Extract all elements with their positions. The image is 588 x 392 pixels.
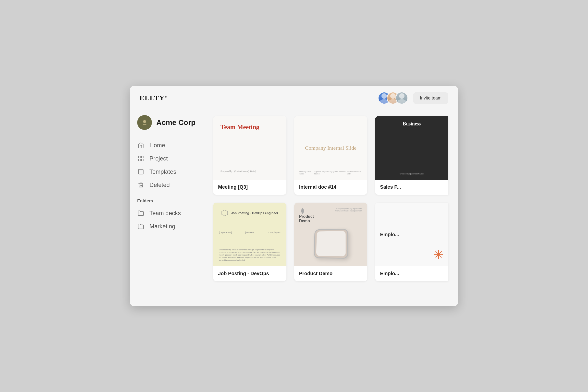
internal-preview-footer: Meeting Date: [Date] Agenda prepared by:… (294, 170, 368, 175)
job-middle-row: [Department] [Position] 2 employees (219, 231, 280, 234)
card-employee[interactable]: Emplo... ✳ Emplo... (375, 202, 448, 281)
card-footer: Sales P... (375, 180, 448, 195)
card-preview-product: ProductDemo Company Name [Department] Co… (294, 202, 368, 266)
sidebar-item-project-label: Project (150, 155, 168, 162)
meeting-preview-footer: Prepared by: [Contact Name] [Date] (220, 170, 256, 172)
card-sales[interactable]: Business Created by: [Contact Name] Sale… (375, 116, 448, 195)
sidebar-item-templates[interactable]: Templates (137, 165, 196, 178)
sidebar-item-home-label: Home (150, 142, 165, 149)
header-right: Invite team (378, 92, 448, 104)
sales-preview-title: Business (403, 121, 421, 127)
card-footer: Product Demo (294, 266, 368, 281)
workspace-name: Acme Corp (156, 118, 196, 127)
sidebar-folder-team-decks[interactable]: Team decks (137, 206, 196, 220)
home-icon (137, 142, 144, 149)
folder-team-decks-label: Team decks (150, 210, 181, 216)
job-posting-preview-title: Job Posting - DevOps engineer (231, 211, 278, 215)
internal-footer-right: For Internal Use Only (347, 170, 362, 175)
card-title: Meeting [Q3] (218, 184, 248, 190)
card-title: Internal doc #14 (299, 184, 336, 190)
logo: ELLTY® (140, 94, 167, 102)
avatar (396, 92, 408, 104)
folder-icon (137, 210, 144, 217)
project-icon (137, 155, 144, 162)
card-footer: Meeting [Q3] (213, 180, 286, 195)
sidebar-item-project[interactable]: Project (137, 152, 196, 165)
internal-footer-mid: Agenda prepared by: [Team Member Name] (314, 170, 347, 175)
card-job-posting[interactable]: Job Posting - DevOps engineer [Departmen… (213, 202, 286, 281)
sales-preview-subtitle: Created by: [Contact Name] (400, 173, 424, 175)
workspace[interactable]: Acme Corp (137, 115, 196, 130)
job-header-row: Job Posting - DevOps engineer (219, 210, 280, 216)
card-title: Product Demo (299, 271, 333, 276)
product-preview-name: ProductDemo (299, 214, 314, 223)
svg-marker-8 (222, 210, 228, 216)
card-preview-internal: Company Internal Slide Meeting Date: [Da… (294, 116, 368, 180)
app-window: ELLTY® (130, 86, 458, 306)
content-area: Team Meeting Prepared by: [Contact Name]… (203, 110, 458, 306)
card-footer: Internal doc #14 (294, 180, 368, 195)
sidebar-item-deleted-label: Deleted (150, 182, 170, 188)
team-avatars (378, 92, 408, 104)
job-description: We are looking for an experienced DevOps… (219, 249, 280, 262)
job-position: [Position] (245, 231, 254, 234)
product-header: ProductDemo Company Name [Department] Co… (299, 208, 362, 223)
card-internal-doc-14[interactable]: Company Internal Slide Meeting Date: [Da… (294, 116, 368, 195)
templates-icon (137, 168, 144, 176)
meeting-preview-title: Team Meeting (220, 124, 260, 131)
workspace-icon (137, 115, 152, 130)
header: ELLTY® (130, 86, 458, 110)
folders-section-label: Folders (137, 198, 196, 204)
sidebar-item-deleted[interactable]: Deleted (137, 178, 196, 192)
sidebar-item-home[interactable]: Home (137, 139, 196, 152)
cards-grid: Team Meeting Prepared by: [Contact Name]… (213, 116, 448, 281)
card-preview-employee: Emplo... ✳ (375, 202, 448, 266)
card-title: Sales P... (380, 184, 401, 190)
internal-preview-title: Company Internal Slide (300, 140, 362, 156)
product-meta: Company Name [Department] Company Name2 … (336, 208, 362, 212)
svg-rect-2 (141, 156, 143, 158)
phone-screen (316, 231, 346, 256)
card-meeting-q3[interactable]: Team Meeting Prepared by: [Contact Name]… (213, 116, 286, 195)
job-employees: 2 employees (268, 231, 280, 234)
card-title: Job Posting - DevOps (218, 271, 269, 276)
sidebar-folder-marketing[interactable]: Marketing (137, 220, 196, 233)
card-preview-job: Job Posting - DevOps engineer [Departmen… (213, 202, 286, 266)
main-layout: Acme Corp Home (130, 110, 458, 306)
svg-point-0 (143, 120, 146, 123)
svg-rect-4 (141, 159, 143, 161)
folder-icon (137, 223, 144, 230)
job-dept: [Department] (219, 231, 232, 234)
invite-team-button[interactable]: Invite team (413, 92, 448, 104)
svg-rect-1 (138, 156, 140, 158)
card-preview-meeting: Team Meeting Prepared by: [Contact Name]… (213, 116, 286, 180)
employee-asterisk-icon: ✳ (434, 248, 444, 262)
card-preview-sales: Business Created by: [Contact Name] (375, 116, 448, 180)
svg-rect-3 (138, 159, 140, 161)
employee-preview-title: Emplo... (380, 232, 399, 238)
logo-symbol: ® (165, 95, 167, 98)
product-leaf-icon (299, 208, 306, 214)
deleted-icon (137, 181, 144, 189)
sidebar-item-templates-label: Templates (150, 168, 176, 175)
internal-footer-left: Meeting Date: [Date] (299, 170, 314, 175)
card-footer: Job Posting - DevOps (213, 266, 286, 281)
folder-marketing-label: Marketing (150, 223, 175, 230)
card-title: Emplo... (380, 271, 399, 276)
card-product-demo[interactable]: ProductDemo Company Name [Department] Co… (294, 202, 368, 281)
sidebar: Acme Corp Home (130, 110, 203, 306)
job-hex-icon (221, 210, 228, 216)
card-footer: Emplo... (375, 266, 448, 281)
phone-mockup (314, 229, 348, 259)
product-title-group: ProductDemo (299, 208, 314, 223)
